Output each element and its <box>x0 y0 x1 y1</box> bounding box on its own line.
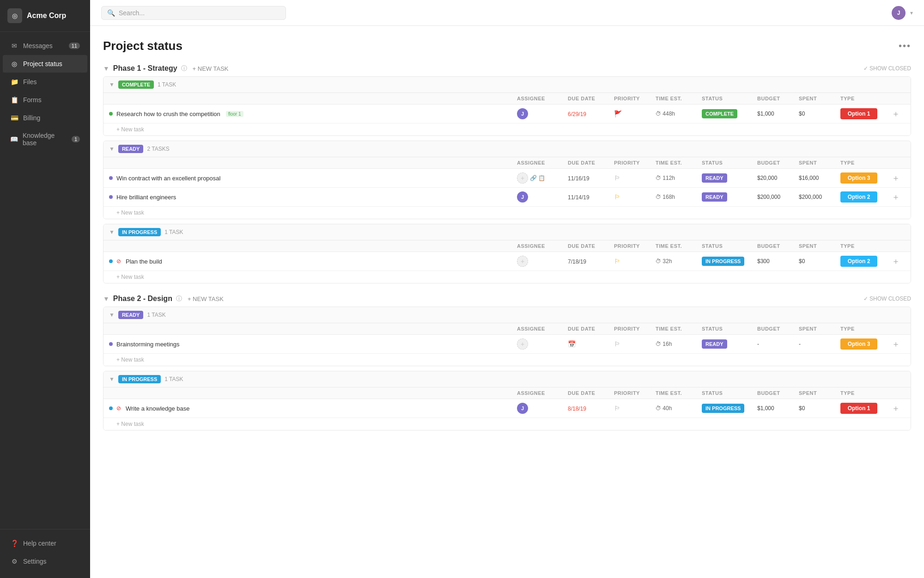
spent-cell-0: $0 <box>799 405 840 412</box>
nav-label-billing: Billing <box>23 114 40 122</box>
type-cell-0[interactable]: Option 2 <box>840 256 887 267</box>
budget-cell-0: $300 <box>757 258 799 264</box>
spent-value: - <box>799 341 801 347</box>
show-closed-phase1[interactable]: ✓ SHOW CLOSED <box>863 65 911 72</box>
due-date-cell-0[interactable]: 8/18/19 <box>568 405 614 412</box>
sidebar-bottom-item-help-center[interactable]: ❓ Help center <box>3 535 87 552</box>
show-closed-phase2[interactable]: ✓ SHOW CLOSED <box>863 295 911 302</box>
type-badge: Option 2 <box>840 191 877 203</box>
assignee-cell-0[interactable]: + <box>517 256 568 267</box>
status-cell-0[interactable]: READY <box>702 339 757 349</box>
group-count-ready-group2: 1 TASK <box>147 312 165 318</box>
sidebar-bottom-item-settings[interactable]: ⚙ Settings <box>3 553 87 570</box>
task-dot <box>109 112 113 116</box>
task-name-cell-0: ⊘ Write a knowledge base <box>109 405 517 412</box>
assignee-placeholder[interactable]: + <box>517 172 528 184</box>
priority-cell-0[interactable]: 🏳 <box>614 405 656 412</box>
status-cell-0[interactable]: COMPLETE <box>702 109 757 118</box>
status-badge: IN PROGRESS <box>702 257 744 266</box>
due-date-cell-0[interactable]: 7/18/19 <box>568 258 614 265</box>
col-header-5: BUDGET <box>757 326 799 332</box>
due-date-cell-0[interactable]: 11/16/19 <box>568 175 614 182</box>
nav-icon-messages: ✉ <box>10 42 18 50</box>
phase-section-phase1: ▼ Phase 1 - Strategy ⓘ + NEW TASK ✓ SHOW… <box>103 64 911 283</box>
avatar-chevron[interactable]: ▾ <box>910 10 913 16</box>
col-header-0: ASSIGNEE <box>517 160 568 166</box>
add-column-button[interactable]: ＋ <box>887 256 905 267</box>
col-header-6: SPENT <box>799 96 840 101</box>
search-bar[interactable]: 🔍 Search... <box>101 6 286 20</box>
add-column-button[interactable]: ＋ <box>887 403 905 414</box>
sidebar-item-messages[interactable]: ✉ Messages 11 <box>3 37 87 55</box>
add-column-button[interactable]: ＋ <box>887 191 905 203</box>
col-header-3: TIME EST. <box>656 243 702 249</box>
type-cell-0[interactable]: Option 3 <box>840 338 887 350</box>
col-header-7: TYPE <box>840 160 887 166</box>
phase-add-task-phase2[interactable]: + NEW TASK <box>188 295 224 302</box>
priority-cell-0[interactable]: 🏳 <box>614 174 656 182</box>
sidebar-item-billing[interactable]: 💳 Billing <box>3 109 87 127</box>
status-badge: COMPLETE <box>702 109 737 118</box>
task-name-text: Plan the build <box>126 258 162 265</box>
sidebar-item-forms[interactable]: 📋 Forms <box>3 91 87 109</box>
due-date-cell-0[interactable]: 📅 <box>568 340 614 348</box>
phase-info-icon-phase2[interactable]: ⓘ <box>176 295 182 303</box>
due-date-cell-0[interactable]: 6/29/19 <box>568 111 614 117</box>
priority-cell-1[interactable]: 🏳 <box>614 193 656 201</box>
group-header-inprogress-group: ▼ IN PROGRESS 1 TASK <box>103 224 911 240</box>
col-header-8 <box>887 243 905 249</box>
priority-cell-0[interactable]: 🏳 <box>614 258 656 265</box>
assignee-placeholder[interactable]: + <box>517 338 528 350</box>
spent-cell-0: - <box>799 341 840 347</box>
priority-cell-0[interactable]: 🚩 <box>614 110 656 117</box>
group-toggle-inprogress-group[interactable]: ▼ <box>109 229 115 235</box>
group-toggle-complete-group[interactable]: ▼ <box>109 81 115 88</box>
sidebar-item-files[interactable]: 📁 Files <box>3 73 87 91</box>
group-toggle-ready-group2[interactable]: ▼ <box>109 312 115 318</box>
phase-info-icon-phase1[interactable]: ⓘ <box>181 64 187 73</box>
add-column-button[interactable]: ＋ <box>887 338 905 350</box>
nav-badge-knowledge-base: 1 <box>72 136 80 142</box>
sidebar-logo[interactable]: ◎ Acme Corp <box>0 0 90 32</box>
type-cell-0[interactable]: Option 3 <box>840 172 887 184</box>
new-task-button-ready-group2[interactable]: + New task <box>103 354 911 366</box>
plus-icon: ＋ <box>892 256 900 267</box>
new-task-button-complete-group[interactable]: + New task <box>103 123 911 135</box>
col-header-0: ASSIGNEE <box>517 96 568 101</box>
due-date-cell-1[interactable]: 11/14/19 <box>568 194 614 201</box>
group-toggle-inprogress-group2[interactable]: ▼ <box>109 376 115 382</box>
status-cell-1[interactable]: READY <box>702 192 757 202</box>
phase-toggle-phase2[interactable]: ▼ <box>103 295 109 302</box>
type-cell-0[interactable]: Option 1 <box>840 108 887 119</box>
assignee-cell-1[interactable]: J <box>517 191 568 203</box>
add-column-button[interactable]: ＋ <box>887 108 905 119</box>
sidebar-item-project-status[interactable]: ◎ Project status <box>3 55 87 73</box>
assignee-placeholder[interactable]: + <box>517 256 528 267</box>
assignee-cell-0[interactable]: + <box>517 338 568 350</box>
table-row: Hire brilliant engineers J11/14/19🏳⏱ 168… <box>103 188 911 207</box>
task-dot <box>109 176 113 180</box>
type-cell-1[interactable]: Option 2 <box>840 191 887 203</box>
user-avatar[interactable]: J <box>892 6 906 20</box>
due-date-text: 8/18/19 <box>568 406 586 412</box>
sidebar-item-knowledge-base[interactable]: 📖 Knowledge base 1 <box>3 127 87 151</box>
more-options-button[interactable]: ••• <box>899 41 911 51</box>
type-cell-0[interactable]: Option 1 <box>840 403 887 414</box>
assignee-cell-0[interactable]: J <box>517 108 568 119</box>
assignee-cell-0[interactable]: + 🔗 📋 <box>517 172 568 184</box>
status-cell-0[interactable]: IN PROGRESS <box>702 404 757 413</box>
phase-add-task-phase1[interactable]: + NEW TASK <box>193 65 229 72</box>
group-toggle-ready-group[interactable]: ▼ <box>109 146 115 152</box>
add-column-button[interactable]: ＋ <box>887 172 905 184</box>
col-header-0: ASSIGNEE <box>517 326 568 332</box>
new-task-button-ready-group[interactable]: + New task <box>103 207 911 219</box>
priority-cell-0[interactable]: 🏳 <box>614 340 656 348</box>
status-cell-0[interactable]: IN PROGRESS <box>702 257 757 266</box>
new-task-button-inprogress-group[interactable]: + New task <box>103 271 911 283</box>
nav-label-forms: Forms <box>23 96 42 104</box>
col-header-5: BUDGET <box>757 96 799 101</box>
new-task-button-inprogress-group2[interactable]: + New task <box>103 418 911 430</box>
assignee-cell-0[interactable]: J <box>517 403 568 414</box>
phase-toggle-phase1[interactable]: ▼ <box>103 65 109 72</box>
status-cell-0[interactable]: READY <box>702 173 757 183</box>
